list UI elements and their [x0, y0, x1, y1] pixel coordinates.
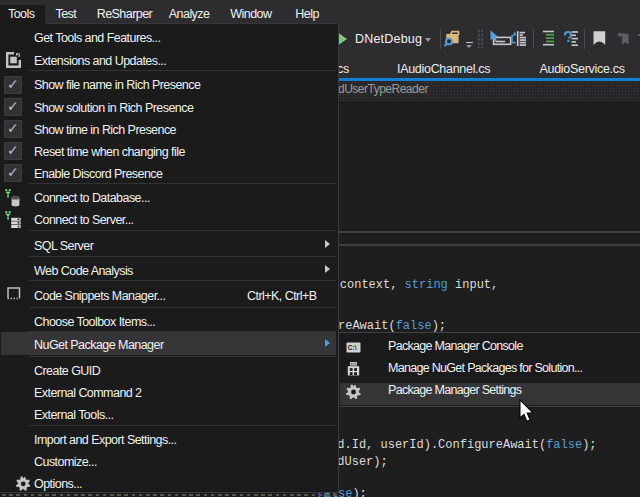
svg-text:C:\: C:\ — [347, 343, 356, 350]
